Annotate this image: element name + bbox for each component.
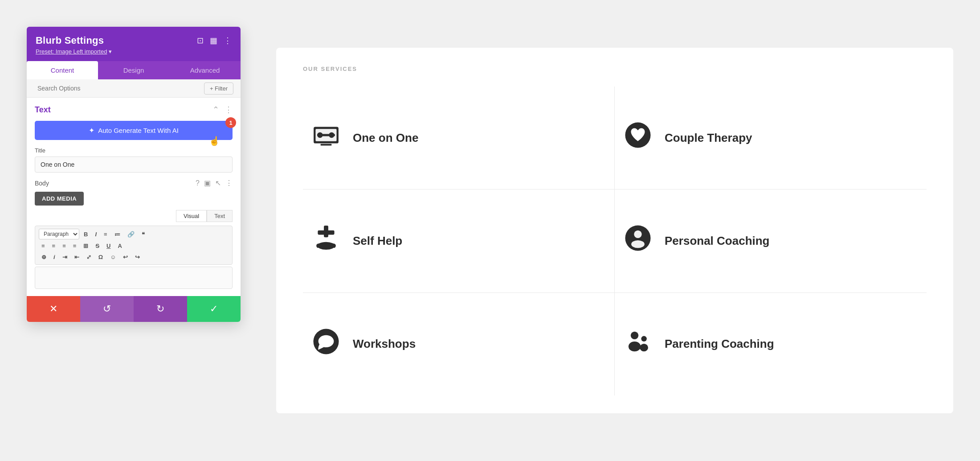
panel-body: Text ⌃ ⋮ ✦ Auto Generate Text With AI 1 … <box>27 98 241 296</box>
table-button[interactable]: ⊞ <box>81 241 91 251</box>
cancel-button[interactable]: ✕ <box>27 296 80 322</box>
page-wrapper: Blurb Settings Preset: Image Left import… <box>0 0 980 461</box>
redo-button[interactable]: ↻ <box>134 296 187 322</box>
undo-toolbar-button[interactable]: ↩ <box>120 252 131 262</box>
align-justify-button[interactable]: ≡ <box>70 241 79 251</box>
service-icon-chat <box>312 328 340 361</box>
svg-point-12 <box>631 240 645 248</box>
expand-icon[interactable]: ⊡ <box>197 36 204 45</box>
service-name-self-help: Self Help <box>353 234 402 248</box>
section-more-icon[interactable]: ⋮ <box>225 105 233 115</box>
service-icon-people <box>624 328 652 361</box>
emoji-button[interactable]: ☺ <box>107 252 118 262</box>
strikethrough-button[interactable]: S <box>93 241 102 251</box>
svg-point-14 <box>631 332 638 339</box>
editor-area[interactable] <box>35 267 233 289</box>
section-title: Text <box>35 105 51 115</box>
svg-point-15 <box>629 342 641 351</box>
service-item-personal-coaching: Personal Coaching <box>615 189 927 292</box>
mobile-icon[interactable]: ▣ <box>204 179 211 187</box>
tab-design[interactable]: Design <box>98 61 169 79</box>
panel-title: Blurb Settings <box>36 35 112 46</box>
ai-icon: ✦ <box>89 126 94 135</box>
special-char-button[interactable]: Ω <box>96 252 106 262</box>
tab-text[interactable]: Text <box>207 210 233 222</box>
tab-content[interactable]: Content <box>27 61 98 79</box>
services-area: OUR SERVICES One on One <box>276 48 953 413</box>
service-icon-heart <box>624 121 652 154</box>
redo-toolbar-button[interactable]: ↪ <box>132 252 143 262</box>
service-icon-screen <box>312 121 340 154</box>
align-left-button[interactable]: ≡ <box>39 241 48 251</box>
service-item-couple-therapy: Couple Therapy <box>615 86 927 189</box>
ai-generate-button[interactable]: ✦ Auto Generate Text With AI <box>35 121 233 140</box>
service-item-self-help: Self Help <box>303 189 615 292</box>
service-item-parenting-coaching: Parenting Coaching <box>615 293 927 395</box>
svg-point-17 <box>640 344 648 351</box>
outdent-button[interactable]: ⇤ <box>72 252 82 262</box>
panel-search: + Filter <box>27 79 241 98</box>
service-name-couple-therapy: Couple Therapy <box>665 131 752 145</box>
service-item-one-on-one: One on One <box>303 86 615 189</box>
quote-button[interactable]: ❝ <box>139 230 147 239</box>
services-section-label: OUR SERVICES <box>303 66 927 72</box>
panel-tabs: Content Design Advanced <box>27 61 241 79</box>
align-right-button[interactable]: ≡ <box>60 241 69 251</box>
service-name-personal-coaching: Personal Coaching <box>665 234 770 248</box>
cursor-tool-icon[interactable]: ↖ <box>215 179 221 187</box>
search-input[interactable] <box>34 79 204 97</box>
service-icon-cross-hand <box>312 224 340 257</box>
help-icon[interactable]: ? <box>196 179 200 187</box>
tab-advanced[interactable]: Advanced <box>169 61 241 79</box>
service-name-parenting-coaching: Parenting Coaching <box>665 337 774 351</box>
underline-button[interactable]: U <box>104 241 113 251</box>
body-icons: ? ▣ ↖ ⋮ <box>196 179 233 187</box>
paragraph-select[interactable]: Paragraph <box>39 229 79 239</box>
list-ul-button[interactable]: ≡ <box>101 230 110 239</box>
italic-button[interactable]: I <box>92 230 99 239</box>
panel-header-icons: ⊡ ▦ ⋮ <box>197 36 232 45</box>
svg-point-16 <box>641 336 646 341</box>
service-name-one-on-one: One on One <box>353 131 418 145</box>
more-icon[interactable]: ⋮ <box>224 36 232 45</box>
save-button[interactable]: ✓ <box>187 296 241 322</box>
filter-button[interactable]: + Filter <box>204 82 233 95</box>
source-button[interactable]: ⊕ <box>39 252 49 262</box>
svg-rect-2 <box>321 144 332 146</box>
link-button[interactable]: 🔗 <box>125 230 137 239</box>
indent-button[interactable]: ⇥ <box>60 252 70 262</box>
bold-button[interactable]: B <box>81 230 90 239</box>
svg-rect-8 <box>318 230 334 235</box>
panel-subtitle: Preset: Image Left imported ▾ <box>36 48 112 55</box>
blurb-settings-panel: Blurb Settings Preset: Image Left import… <box>27 27 241 322</box>
align-center-button[interactable]: ≡ <box>49 241 58 251</box>
list-ol-button[interactable]: ≔ <box>112 230 123 239</box>
tab-visual[interactable]: Visual <box>176 210 207 222</box>
italic2-button[interactable]: i <box>51 252 58 262</box>
section-header: Text ⌃ ⋮ <box>35 105 233 115</box>
cursor-indicator: ☝ <box>209 136 220 146</box>
svg-rect-5 <box>317 134 335 136</box>
panel-footer: ✕ ↺ ↻ ✓ <box>27 296 241 322</box>
add-media-button[interactable]: ADD MEDIA <box>35 192 84 206</box>
section-header-icons: ⌃ ⋮ <box>212 105 233 115</box>
font-color-button[interactable]: A <box>115 241 124 251</box>
editor-toolbar: Paragraph B I ≡ ≔ 🔗 ❝ ≡ ≡ ≡ ≡ ⊞ S U <box>35 226 233 265</box>
columns-icon[interactable]: ▦ <box>210 36 217 45</box>
notification-badge: 1 <box>225 117 236 128</box>
title-field-label: Title <box>35 147 233 154</box>
undo-button[interactable]: ↺ <box>80 296 134 322</box>
visual-text-tabs: Visual Text <box>35 210 233 222</box>
collapse-icon[interactable]: ⌃ <box>212 105 219 115</box>
body-label: Body <box>35 180 49 187</box>
services-grid: One on One Couple Therapy <box>303 86 927 395</box>
service-name-workshops: Workshops <box>353 337 416 351</box>
more-body-icon[interactable]: ⋮ <box>225 179 233 187</box>
service-item-workshops: Workshops <box>303 293 615 395</box>
svg-point-11 <box>634 230 641 238</box>
fullscreen-button[interactable]: ⤢ <box>84 252 94 262</box>
body-row: Body ? ▣ ↖ ⋮ <box>35 179 233 187</box>
panel-header: Blurb Settings Preset: Image Left import… <box>27 27 241 61</box>
title-input[interactable] <box>35 156 233 173</box>
service-icon-user-circle <box>624 224 652 257</box>
